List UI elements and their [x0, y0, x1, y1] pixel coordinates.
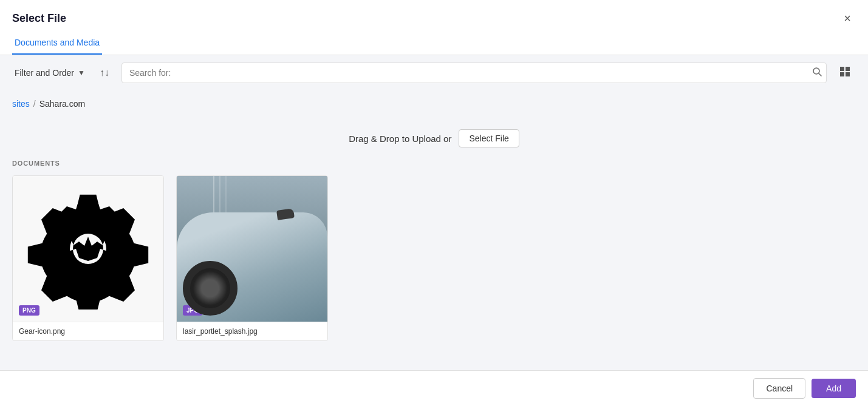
filter-order-button[interactable]: Filter and Order ▼: [12, 64, 87, 81]
svg-rect-4: [840, 72, 844, 76]
docs-grid: PNG Gear-icon.png: [12, 175, 856, 341]
svg-rect-5: [846, 72, 850, 76]
documents-section: DOCUMENTS PNG Gear-icon.png: [12, 160, 856, 341]
car-wheel-left: [183, 261, 238, 316]
gear-icon-display: [13, 176, 163, 322]
chevron-down-icon: ▼: [78, 69, 85, 77]
upload-text: Drag & Drop to Upload or: [349, 134, 451, 144]
search-wrapper: [121, 63, 827, 83]
svg-line-1: [819, 73, 821, 76]
tab-documents-media[interactable]: Documents and Media: [12, 32, 102, 55]
toolbar: Filter and Order ▼ ↑↓: [0, 55, 868, 90]
main-content: sites / Sahara.com Drag & Drop to Upload…: [0, 90, 868, 370]
sort-button[interactable]: ↑↓: [95, 65, 114, 81]
doc-name-gear: Gear-icon.png: [13, 322, 163, 340]
svg-rect-2: [840, 67, 844, 71]
doc-thumbnail-car: JPG: [177, 176, 327, 322]
breadcrumb-separator: /: [33, 99, 36, 109]
breadcrumb-current: Sahara.com: [39, 99, 85, 109]
dialog-header: Select File ×: [0, 0, 868, 27]
cancel-button[interactable]: Cancel: [753, 378, 805, 399]
car-image-background: [177, 176, 327, 322]
filter-order-label: Filter and Order: [15, 68, 74, 78]
select-file-dialog: Select File × Documents and Media Filter…: [0, 0, 868, 406]
svg-rect-3: [846, 67, 850, 71]
dialog-title: Select File: [12, 12, 66, 25]
doc-card-car[interactable]: JPG lasir_portlet_splash.jpg: [176, 175, 328, 341]
add-button[interactable]: Add: [812, 379, 856, 398]
close-button[interactable]: ×: [839, 10, 856, 27]
doc-thumbnail-gear: PNG: [13, 176, 163, 322]
grid-icon: [839, 66, 851, 78]
section-label: DOCUMENTS: [12, 160, 856, 167]
dialog-footer: Cancel Add: [0, 370, 868, 406]
file-type-badge-png: PNG: [19, 305, 39, 316]
breadcrumb-sites-link[interactable]: sites: [12, 99, 30, 109]
tabs-bar: Documents and Media: [0, 32, 868, 55]
doc-card-gear[interactable]: PNG Gear-icon.png: [12, 175, 164, 341]
breadcrumb: sites / Sahara.com: [12, 90, 856, 117]
search-icon-button[interactable]: [812, 67, 822, 79]
doc-name-car: lasir_portlet_splash.jpg: [177, 322, 327, 340]
search-icon: [812, 67, 822, 76]
select-file-button[interactable]: Select File: [459, 129, 519, 147]
grid-view-button[interactable]: [834, 63, 856, 83]
search-input[interactable]: [121, 63, 827, 83]
upload-area: Drag & Drop to Upload or Select File: [12, 117, 856, 160]
